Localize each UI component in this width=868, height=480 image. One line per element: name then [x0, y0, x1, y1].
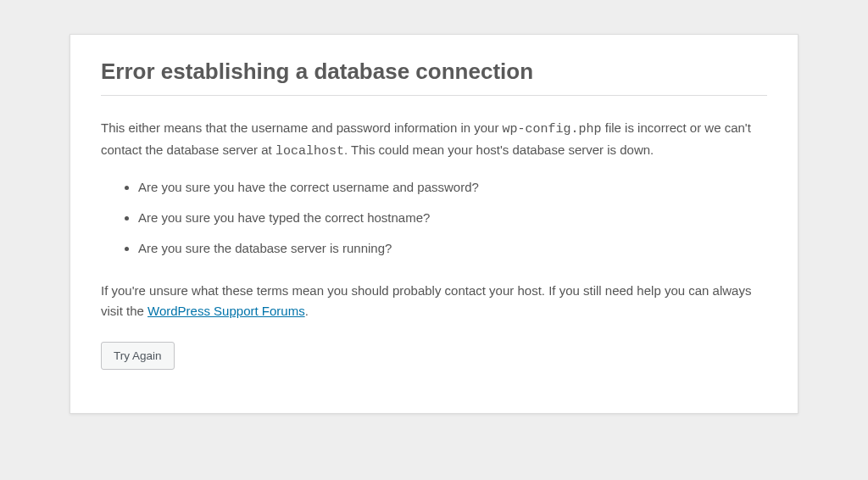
error-container: Error establishing a database connection…: [70, 34, 798, 414]
error-help: If you're unsure what these terms mean y…: [101, 281, 767, 321]
try-again-button[interactable]: Try Again: [101, 342, 175, 370]
host-code: localhost: [275, 144, 344, 159]
error-title: Error establishing a database connection: [101, 59, 767, 96]
list-item: Are you sure you have the correct userna…: [138, 177, 767, 198]
support-forums-link[interactable]: WordPress Support Forums: [147, 304, 305, 318]
error-intro-text-1: This either means that the username and …: [101, 120, 503, 135]
error-intro: This either means that the username and …: [101, 118, 767, 162]
list-item: Are you sure the database server is runn…: [138, 238, 767, 259]
error-help-text-2: .: [305, 304, 309, 318]
error-intro-text-3: . This could mean your host's database s…: [344, 142, 654, 157]
list-item: Are you sure you have typed the correct …: [138, 208, 767, 228]
error-checklist: Are you sure you have the correct userna…: [138, 177, 767, 259]
config-file-code: wp-config.php: [503, 122, 602, 137]
